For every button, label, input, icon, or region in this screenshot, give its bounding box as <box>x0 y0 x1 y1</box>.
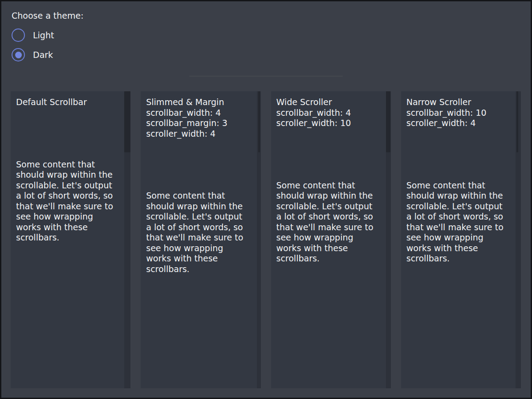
radio-icon[interactable] <box>12 48 25 61</box>
scrollbar-thumb[interactable] <box>258 91 260 152</box>
theme-chooser: Choose a theme: Light Dark <box>1 1 531 61</box>
panel-content-area: Default Scrollbar Some content that shou… <box>11 91 130 243</box>
radio-icon[interactable] <box>12 28 25 42</box>
panel-content-area: Slimmed & Margin scrollbar_width: 4 scro… <box>141 91 260 274</box>
panel-param: scrollbar_margin: 3 <box>146 118 249 129</box>
horizontal-divider <box>189 76 343 77</box>
panel-spacer <box>276 129 380 180</box>
panel-wide-scroller[interactable]: Wide Scroller scrollbar_width: 4 scrolle… <box>271 91 391 388</box>
panel-param: scrollbar_width: 4 <box>276 108 380 118</box>
panel-body-text: Some content that should wrap within the… <box>276 180 380 264</box>
panel-slimmed-margin[interactable]: Slimmed & Margin scrollbar_width: 4 scro… <box>141 91 260 388</box>
radio-option-light[interactable]: Light <box>12 28 531 42</box>
panel-title: Default Scrollbar <box>16 97 119 108</box>
app-window: Choose a theme: Light Dark Default Scrol… <box>0 0 532 399</box>
scrollbar-thumb[interactable] <box>124 91 130 152</box>
panel-title: Wide Scroller <box>276 97 380 108</box>
panel-content-area: Narrow Scroller scrollbar_width: 10 scro… <box>401 91 521 264</box>
page-background: Choose a theme: Light Dark Default Scrol… <box>1 1 531 398</box>
panel-param: scrollbar_width: 4 <box>146 108 249 118</box>
panel-body-text: Some content that should wrap within the… <box>406 180 510 264</box>
radio-option-label[interactable]: Light <box>33 30 54 40</box>
panel-spacer <box>146 139 249 191</box>
panel-title: Narrow Scroller <box>406 97 510 108</box>
theme-chooser-label: Choose a theme: <box>12 10 531 21</box>
radio-option-dark[interactable]: Dark <box>12 48 531 61</box>
panel-title: Slimmed & Margin <box>146 97 249 108</box>
radio-option-label[interactable]: Dark <box>33 50 53 60</box>
scrollbar-demo-row: Default Scrollbar Some content that shou… <box>11 91 521 388</box>
panel-spacer <box>406 129 510 180</box>
panel-param: scroller_width: 4 <box>146 129 249 139</box>
panel-body-text: Some content that should wrap within the… <box>146 191 249 274</box>
panel-narrow-scroller[interactable]: Narrow Scroller scrollbar_width: 10 scro… <box>401 91 521 388</box>
panel-param: scroller_width: 10 <box>276 118 380 129</box>
scrollbar-thumb[interactable] <box>386 91 390 152</box>
panel-spacer <box>16 108 119 159</box>
panel-param: scroller_width: 4 <box>406 118 510 129</box>
panel-param: scrollbar_width: 10 <box>406 108 510 118</box>
radio-dot-icon <box>15 52 22 58</box>
panel-content-area: Wide Scroller scrollbar_width: 4 scrolle… <box>271 91 391 264</box>
scrollbar-thumb[interactable] <box>516 91 518 152</box>
panel-default-scrollbar[interactable]: Default Scrollbar Some content that shou… <box>11 91 130 388</box>
panel-body-text: Some content that should wrap within the… <box>16 159 119 243</box>
